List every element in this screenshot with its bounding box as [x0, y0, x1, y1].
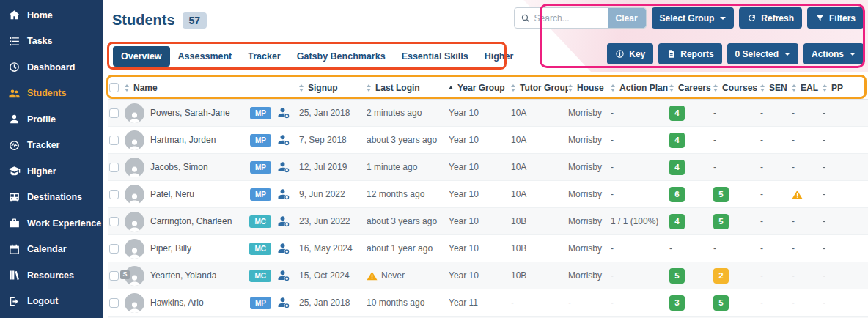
last-login-text: about 3 years ago: [367, 216, 437, 226]
impersonate-icon[interactable]: [277, 269, 290, 282]
search-input[interactable]: [534, 8, 608, 28]
row-checkbox[interactable]: [109, 298, 119, 308]
courses-cell: 5: [713, 295, 760, 311]
sidebar-item-destinations[interactable]: Destinations: [0, 185, 103, 211]
reports-label: Reports: [680, 49, 713, 59]
student-name[interactable]: Patel, Neru: [150, 189, 244, 199]
impersonate-icon[interactable]: [277, 160, 290, 174]
sidebar-item-logout[interactable]: Logout: [0, 289, 103, 315]
year-group-cell: Year 10: [449, 108, 511, 118]
student-name[interactable]: Jacobs, Simon: [150, 162, 244, 172]
row-checkbox[interactable]: [109, 271, 119, 281]
column-header-careers[interactable]: Careers: [669, 83, 713, 93]
student-name[interactable]: Hawkins, Arlo: [150, 297, 244, 308]
sidebar-item-calendar[interactable]: Calendar: [0, 237, 103, 263]
tab-tracker[interactable]: Tracker: [240, 46, 288, 67]
house-cell: Morrisby: [568, 135, 611, 145]
sort-icon: [299, 84, 305, 92]
impersonate-icon[interactable]: [277, 242, 290, 255]
row-checkbox[interactable]: [109, 217, 119, 226]
student-name[interactable]: Hartman, Jorden: [150, 135, 244, 145]
sidebar-item-students[interactable]: Students: [0, 81, 103, 107]
key-button[interactable]: Key: [607, 43, 653, 64]
row-checkbox[interactable]: [109, 136, 119, 145]
impersonate-icon[interactable]: [277, 188, 290, 201]
destinations-icon: [8, 191, 21, 204]
house-cell: Morrisby: [568, 162, 611, 172]
impersonate-icon[interactable]: [277, 133, 290, 147]
column-header-last-login[interactable]: Last Login: [367, 83, 449, 93]
pp-cell: -: [823, 243, 868, 254]
filters-label: Filters: [829, 13, 856, 23]
column-header-action-plan[interactable]: Action Plan: [611, 83, 669, 93]
tab-assessment[interactable]: Assessment: [170, 46, 240, 67]
action-plan-cell: -: [611, 243, 669, 254]
row-checkbox[interactable]: [109, 108, 119, 118]
row-checkbox[interactable]: [109, 83, 119, 92]
tab-gatsby-benchmarks[interactable]: Gatsby Benchmarks: [289, 46, 394, 67]
student-name[interactable]: Yearten, Yolanda: [150, 270, 243, 281]
sidebar-item-resources[interactable]: Resources: [0, 262, 103, 289]
column-header-tutor-group[interactable]: Tutor Group: [511, 83, 568, 93]
sidebar-item-profile[interactable]: Profile: [0, 106, 103, 133]
signup-cell: 25, Jan 2018: [299, 297, 367, 308]
tab-higher[interactable]: Higher: [477, 46, 522, 67]
avatar: [125, 293, 144, 313]
filters-button[interactable]: Filters: [807, 7, 864, 29]
row-checkbox[interactable]: [109, 190, 119, 199]
table-row: Hartman, JordenMP7, Sep 2018about 3 year…: [108, 127, 868, 154]
actions-button[interactable]: Actions: [803, 43, 864, 64]
clear-button[interactable]: Clear: [608, 8, 646, 28]
reports-button[interactable]: Reports: [658, 43, 721, 64]
sidebar-item-higher[interactable]: Higher: [0, 158, 103, 185]
column-header-signup[interactable]: Signup: [299, 83, 367, 93]
warning-icon: [792, 189, 803, 200]
sidebar: HomeTasksDashboardStudentsProfileTracker…: [0, 0, 103, 318]
column-header-eal[interactable]: EAL: [792, 83, 823, 93]
tab-essential-skills[interactable]: Essential Skills: [394, 46, 477, 67]
select-group-button[interactable]: Select Group: [652, 7, 735, 29]
column-header-pp[interactable]: PP: [823, 83, 868, 93]
row-checkbox[interactable]: [109, 244, 119, 254]
action-plan-cell: 1 / 1 (100%): [611, 216, 669, 226]
sidebar-item-home[interactable]: Home: [0, 2, 103, 29]
column-header-year-group[interactable]: Year Group: [449, 83, 511, 93]
dashboard-icon: [8, 61, 21, 73]
sort-icon: [367, 84, 372, 92]
column-header-sen[interactable]: SEN: [760, 83, 792, 93]
avatar-image: [125, 239, 144, 259]
column-header-house[interactable]: House: [568, 83, 611, 93]
sidebar-item-tracker[interactable]: Tracker: [0, 133, 103, 159]
tutor-group-cell: 10B: [511, 216, 568, 226]
row-checkbox[interactable]: [109, 163, 119, 172]
chevron-down-icon: [720, 17, 726, 20]
calendar-icon: [8, 243, 21, 256]
sidebar-item-label: Destinations: [27, 192, 82, 202]
sidebar-item-tasks[interactable]: Tasks: [0, 29, 103, 55]
tab-overview[interactable]: Overview: [113, 46, 170, 67]
sen-cell: -: [760, 270, 792, 281]
column-header-name[interactable]: Name: [125, 83, 299, 93]
avatar-image: [125, 185, 144, 204]
eal-cell: -: [792, 243, 823, 254]
impersonate-icon[interactable]: [277, 106, 290, 119]
house-cell: Morrisby: [568, 270, 611, 281]
impersonate-icon[interactable]: [277, 296, 290, 309]
sidebar-item-dashboard[interactable]: Dashboard: [0, 54, 103, 81]
eal-cell: [792, 188, 823, 199]
year-group-cell: Year 10: [449, 162, 511, 172]
student-name[interactable]: Carrington, Charleen: [150, 216, 243, 226]
column-header-label: House: [577, 83, 604, 93]
package-badge: MP: [250, 188, 271, 201]
eal-cell: -: [792, 270, 823, 281]
student-name[interactable]: Powers, Sarah-Jane: [150, 108, 244, 118]
selected-button[interactable]: 0 Selected: [727, 43, 798, 64]
sidebar-item-work-experience[interactable]: Work Experience: [0, 210, 103, 237]
refresh-button[interactable]: Refresh: [739, 7, 802, 29]
student-name[interactable]: Piper, Billy: [150, 243, 243, 254]
column-header-courses[interactable]: Courses: [713, 83, 760, 93]
courses-cell: -: [713, 162, 760, 172]
pp-cell: -: [823, 108, 868, 118]
impersonate-icon[interactable]: [277, 215, 290, 228]
sidebar-item-label: Profile: [27, 114, 56, 125]
